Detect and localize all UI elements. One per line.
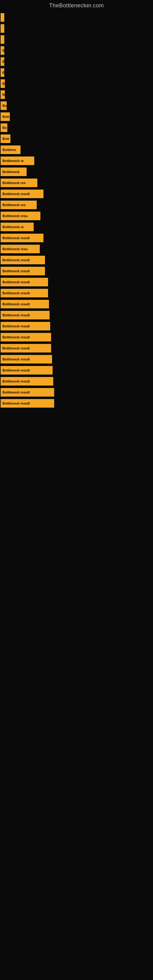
bar-row: B bbox=[0, 67, 153, 78]
bar-row: Bottleneck result bbox=[0, 332, 153, 343]
bar-row bbox=[0, 34, 153, 45]
bar-label: Bottleneck result bbox=[1, 322, 50, 331]
bar-row: Bottleneck re bbox=[0, 221, 153, 232]
bar-row: B bbox=[0, 89, 153, 100]
bar-label: Bo bbox=[1, 101, 7, 110]
bar-label: Bottleneck resu bbox=[1, 212, 40, 220]
bar-row: Bottleneck re bbox=[0, 155, 153, 166]
bar-label bbox=[1, 24, 4, 33]
bar-row: Bottleneck result bbox=[0, 310, 153, 321]
bar-label: B bbox=[1, 46, 4, 55]
bar-label: Bottleneck result bbox=[1, 344, 51, 353]
bar-label bbox=[1, 13, 4, 22]
bar-row: Bottleneck result bbox=[0, 299, 153, 310]
bar-label: Bottleneck result bbox=[1, 388, 54, 396]
bar-row: Bottleneck result bbox=[0, 398, 153, 409]
bar-row: Bott bbox=[0, 133, 153, 144]
bar-label: Bottleneck result bbox=[1, 300, 49, 309]
bar-label: Bottleneck result bbox=[1, 399, 54, 407]
bar-label: Bottlene bbox=[1, 145, 21, 154]
bar-row: Bottleneck result bbox=[0, 376, 153, 387]
bar-label: Bo bbox=[1, 123, 7, 132]
bar-label: Bottleneck re bbox=[1, 156, 34, 165]
bar-row bbox=[0, 23, 153, 34]
bar-label: Bottleneck re bbox=[1, 223, 33, 231]
bar-label: B bbox=[1, 57, 4, 66]
bar-row: Bottleneck result bbox=[0, 277, 153, 288]
bar-label: B bbox=[1, 90, 5, 99]
bar-label: Bottleneck result bbox=[1, 377, 53, 385]
bar-label: Bott bbox=[1, 134, 10, 143]
bar-label: Bottleneck result bbox=[1, 278, 48, 286]
bar-label: Bottleneck result bbox=[1, 289, 48, 298]
bar-label: Bottleneck result bbox=[1, 267, 45, 275]
bar-row: Bottleneck resu bbox=[0, 210, 153, 221]
bar-row: B bbox=[0, 56, 153, 67]
bar-row: Bottleneck result bbox=[0, 255, 153, 266]
bar-label: Bottleneck resu bbox=[1, 245, 40, 253]
bar-label: Bottleneck result bbox=[1, 355, 52, 364]
bar-row: Bottleneck result bbox=[0, 343, 153, 354]
bar-row: Bottlene bbox=[0, 144, 153, 155]
bar-label: Bottleneck result bbox=[1, 189, 43, 198]
bar-row: B bbox=[0, 45, 153, 56]
bar-row: Bottleneck res bbox=[0, 199, 153, 210]
bar-label: Bott bbox=[1, 112, 10, 121]
bar-row: Bottleneck result bbox=[0, 387, 153, 398]
bar-label: Bottleneck res bbox=[1, 200, 37, 209]
bar-row: Bottleneck res bbox=[0, 177, 153, 188]
bar-label: Bottleneck result bbox=[1, 234, 43, 242]
bars-container: BBBBBBoBottBoBottBottleneBottleneck reBo… bbox=[0, 12, 153, 409]
bar-row: Bo bbox=[0, 122, 153, 133]
bar-row: Bottleneck resu bbox=[0, 243, 153, 255]
bar-row: Bott bbox=[0, 111, 153, 122]
bar-row: Bottleneck result bbox=[0, 288, 153, 299]
bar-label: Bottleneck res bbox=[1, 178, 37, 187]
site-title: TheBottlenecker.com bbox=[0, 0, 153, 12]
bar-label: B bbox=[1, 68, 4, 77]
bar-row: Bottleneck result bbox=[0, 354, 153, 365]
bar-label: B bbox=[1, 79, 5, 88]
bar-label bbox=[1, 35, 4, 44]
bar-row: Bottleneck result bbox=[0, 365, 153, 376]
bar-row: Bottleneck result bbox=[0, 232, 153, 243]
bar-label: Bottleneck result bbox=[1, 366, 53, 375]
bar-row: Bottleneck result bbox=[0, 188, 153, 199]
bar-label: Bottleneck result bbox=[1, 311, 49, 320]
bar-label: Bottleneck result bbox=[1, 256, 45, 264]
bar-row: Bottleneck result bbox=[0, 321, 153, 332]
bar-label: Bottleneck result bbox=[1, 333, 51, 342]
bar-row: Bottleneck bbox=[0, 166, 153, 177]
bar-row: B bbox=[0, 78, 153, 89]
bar-row: Bottleneck result bbox=[0, 266, 153, 277]
bar-row bbox=[0, 12, 153, 23]
bar-row: Bo bbox=[0, 100, 153, 111]
bar-label: Bottleneck bbox=[1, 167, 27, 176]
